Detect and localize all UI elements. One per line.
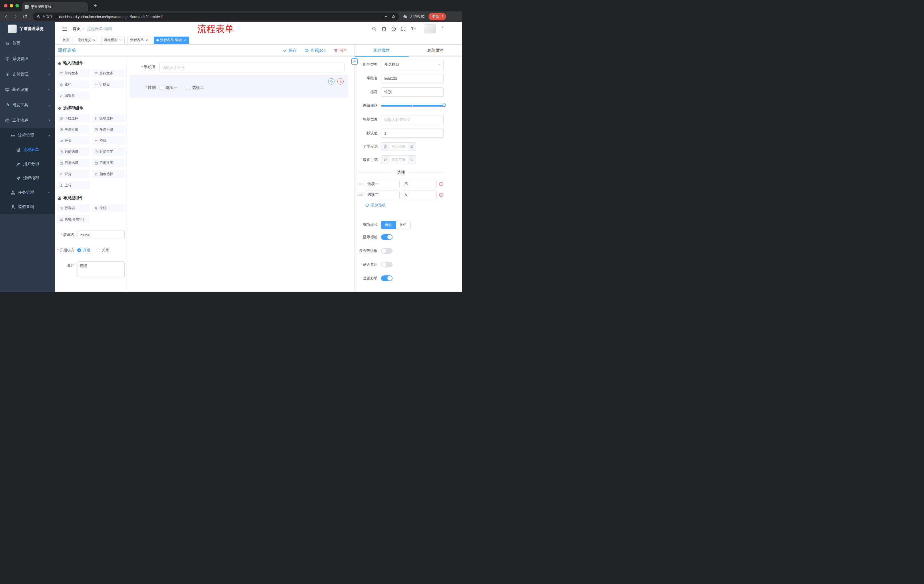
gender-option-1[interactable]: 选项一 [159,85,178,90]
slider-handle[interactable] [442,104,446,107]
search-icon[interactable] [372,26,377,31]
remove-option-icon[interactable] [439,192,444,197]
gender-field-selected[interactable]: 性别 选项一 选项二 [130,75,348,98]
palette-item-cascader[interactable]: 级联选择 [92,114,125,122]
palette-item-color-picker[interactable]: 颜色选择 [92,170,125,178]
sidebar-item-infrastructure[interactable]: 基础设施 [0,82,55,97]
sidebar-item-user-group[interactable]: 用户分组 [0,157,55,171]
tag-process-form-edit[interactable]: 流程表单-编辑 [154,36,189,44]
decrease-button[interactable] [381,143,389,151]
checkbox-box[interactable] [159,86,163,90]
phone-field[interactable]: 手机号 [127,63,348,72]
palette-item-rate[interactable]: 评分 [57,170,90,178]
tab-form-props[interactable]: 表单属性 [409,44,462,56]
sidebar-item-leave-query[interactable]: 请假查询 [0,200,55,214]
sidebar-item-task-management[interactable]: 任务管理 [0,186,55,200]
palette-item-radio-group[interactable]: 单选框组 [57,125,90,133]
palette-item-select[interactable]: 下拉选择 [57,114,90,122]
fullscreen-icon[interactable] [401,26,406,31]
palette-item-single-line-text[interactable]: 单行文本 [57,69,90,77]
disabled-toggle[interactable] [381,262,393,267]
fold-sidebar-icon[interactable] [62,26,68,32]
forward-icon[interactable] [13,14,18,19]
option-1-label-input[interactable] [365,180,400,188]
tag-home[interactable]: 首页 [60,36,72,44]
new-tab-button[interactable] [93,3,97,8]
address-bar[interactable]: 不安全 dashboard.yudao.iocoder.cn /bpm/mana… [33,13,399,21]
tab-component-props[interactable]: 组件属性 [355,44,409,56]
gender-option-2[interactable]: 选项二 [186,85,204,90]
font-size-icon[interactable] [411,26,417,32]
style-button-button[interactable]: 按钮 [396,221,411,229]
tab-close-icon[interactable] [82,5,85,8]
delete-field-button[interactable] [337,78,344,85]
status-radio-off[interactable]: 关闭 [96,248,109,253]
window-close-button[interactable] [4,4,7,7]
question-icon[interactable] [391,26,396,31]
palette-item-multi-line-text[interactable]: 多行文本 [92,69,125,77]
required-toggle[interactable] [381,275,393,281]
min-select-input[interactable] [389,143,408,151]
palette-item-upload[interactable]: 上传 [57,181,90,189]
more-vertical-icon[interactable] [440,15,445,19]
tag-close-icon[interactable] [119,39,122,42]
caret-down-icon[interactable] [441,25,444,29]
title-input[interactable] [381,87,444,97]
reload-icon[interactable] [22,14,28,19]
tag-close-icon[interactable] [145,39,148,42]
link-button[interactable] [351,58,358,64]
phone-input[interactable] [159,63,345,72]
status-radio-on[interactable]: 开启 [77,248,90,253]
breadcrumb-home[interactable]: 首页 [73,26,81,31]
tag-process-form[interactable]: 流程表单 [127,36,151,44]
sidebar-item-process-management[interactable]: 流程管理 [0,128,55,143]
sidebar-item-system[interactable]: 系统管理 [0,51,55,67]
avatar[interactable] [424,24,436,33]
clear-button[interactable]: 清空 [333,48,347,53]
option-2-label-input[interactable] [365,191,400,199]
palette-item-slider[interactable]: 滑块 [92,137,125,145]
tag-close-icon[interactable] [183,39,186,42]
palette-item-time-picker[interactable]: 时间选择 [57,148,90,156]
sidebar-item-process-form[interactable]: 流程表单 [0,143,55,157]
option-2-value-input[interactable] [402,191,437,199]
default-value-input[interactable] [381,128,444,138]
palette-item-password[interactable]: 密码 [57,80,90,88]
sidebar-item-payment[interactable]: 支付管理 [0,67,55,82]
increase-button[interactable] [408,156,416,164]
label-width-input[interactable] [381,115,444,124]
back-icon[interactable] [3,14,8,19]
palette-item-checkbox-group[interactable]: 多选框组 [92,125,125,133]
slider-track[interactable] [381,105,444,107]
github-icon[interactable] [381,26,386,31]
drag-handle-icon[interactable] [358,192,363,197]
palette-item-time-range[interactable]: 时间范围 [92,148,125,156]
style-default-button[interactable]: 默认 [381,221,396,229]
form-name-input[interactable] [77,230,125,239]
component-type-select[interactable]: 多选框组 [381,60,444,69]
key-icon[interactable] [383,14,388,19]
sidebar-item-process-model[interactable]: 流程模型 [0,171,55,186]
palette-item-row-container[interactable]: 行容器 [57,204,90,212]
browser-tab[interactable]: 芋道管理系统 [22,2,88,12]
palette-item-editor[interactable]: 编辑器 [57,91,90,99]
view-json-button[interactable]: 查看json [304,48,326,53]
window-zoom-button[interactable] [15,4,19,7]
update-button[interactable]: 更新 [429,13,446,20]
grid-slider[interactable] [381,101,444,110]
form-remark-textarea[interactable]: 嘿嘿 [77,262,125,277]
option-1-value-input[interactable] [402,180,437,188]
show-label-toggle[interactable] [381,234,393,240]
checkbox-box[interactable] [186,86,190,90]
increase-button[interactable] [408,143,416,151]
decrease-button[interactable] [381,156,389,164]
save-button[interactable]: 保存 [283,48,297,53]
sidebar-item-home[interactable]: 首页 [0,36,55,51]
palette-item-switch[interactable]: 开关 [57,137,90,145]
drag-handle-icon[interactable] [358,182,363,186]
sidebar-item-workflow[interactable]: 工作流程 [0,113,55,128]
max-select-input[interactable] [389,156,408,164]
remove-option-icon[interactable] [439,181,444,187]
window-minimize-button[interactable] [10,4,13,7]
field-name-input[interactable] [381,74,444,83]
